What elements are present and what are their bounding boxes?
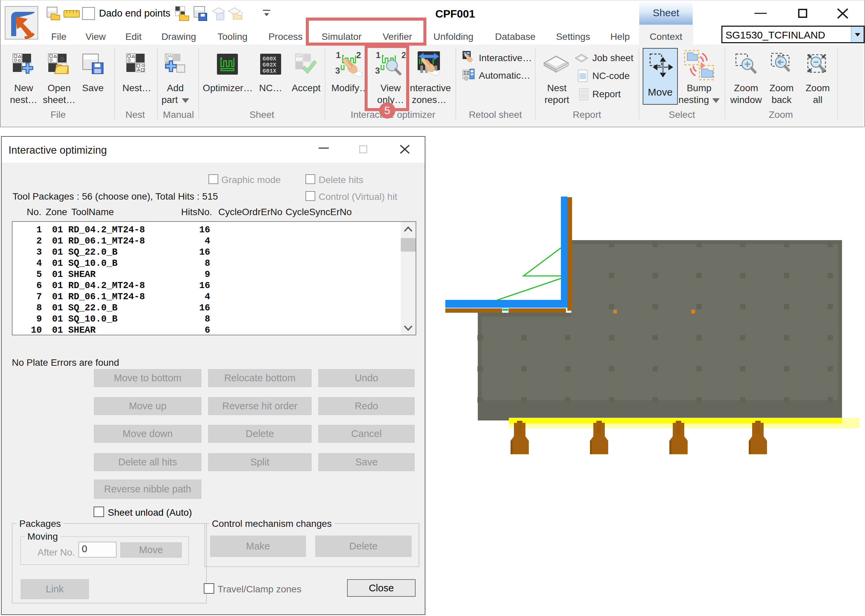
svg-text:G02X: G02X [263, 62, 277, 68]
svg-text:G00X: G00X [263, 56, 277, 62]
svg-text:2: 2 [356, 51, 361, 60]
svg-text:G01X: G01X [263, 68, 277, 74]
svg-text:1: 1 [336, 51, 341, 60]
svg-text:3: 3 [335, 66, 340, 75]
